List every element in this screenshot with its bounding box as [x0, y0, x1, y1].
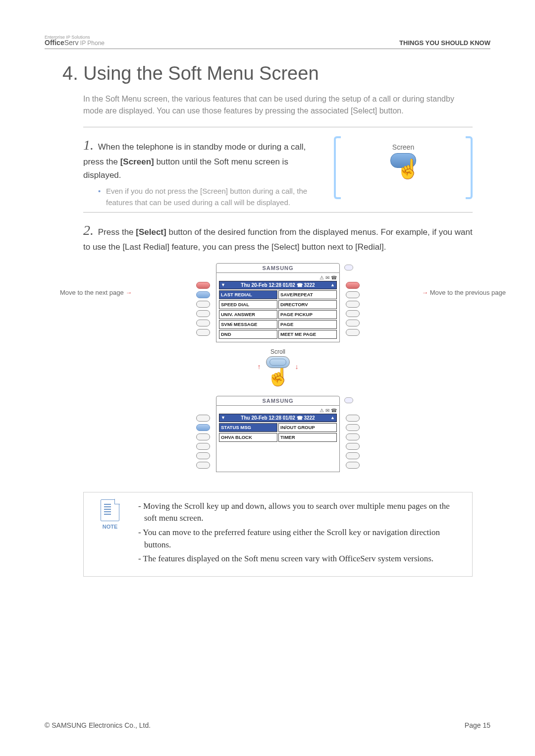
nav-next-button[interactable]: [346, 282, 360, 289]
menu-item: [278, 443, 337, 451]
menu-item: IN/OUT GROUP: [278, 423, 337, 432]
menu-item: [219, 452, 277, 460]
step-1-bullet: Even if you do not press the [Screen] bu…: [98, 186, 323, 208]
select-button[interactable]: [196, 424, 210, 431]
select-button[interactable]: [196, 433, 210, 440]
step-2-number: 2.: [83, 222, 94, 238]
triangle-up-icon: ▲: [330, 415, 335, 420]
select-button[interactable]: [196, 310, 210, 317]
note-label: NOTE: [93, 523, 127, 531]
speaker-icon: [344, 397, 353, 403]
step-2-text-a: Press the: [98, 227, 136, 237]
page-number: Page 15: [465, 721, 490, 729]
menu-item: UNIV. ANSWER: [219, 310, 277, 319]
menu-item: [219, 461, 277, 469]
select-button[interactable]: [196, 452, 210, 459]
bracket-icon: [466, 136, 473, 199]
soft-menu-grid: LAST REDIALSAVE/REPEATSPEED DIALDIRECTOR…: [219, 290, 337, 339]
menu-item: SPEED DIAL: [219, 300, 277, 309]
step-2: 2. Press the [Select] button of the desi…: [83, 219, 473, 472]
select-button[interactable]: [196, 291, 210, 298]
callout-next-page: Move to the next page →: [60, 289, 132, 296]
soft-menu-grid: STATUS MSGIN/OUT GROUPOHVA BLOCKTIMER: [219, 423, 337, 469]
page-header: Enterprise IP Solutions OfficeServ IP Ph…: [45, 35, 490, 49]
menu-item: TIMER: [278, 433, 337, 442]
menu-item: OHVA BLOCK: [219, 433, 277, 442]
phone-lcd: ⚠ ✉ ☎ ▼ Thu 20-Feb 12:28 01/02 ☎ 3222 ▲ …: [216, 406, 340, 472]
step-2-bold: [Select]: [136, 227, 166, 237]
menu-item: PAGE PICKUP: [278, 310, 337, 319]
menu-item: [278, 452, 337, 460]
select-button[interactable]: [196, 462, 210, 469]
menu-item: STATUS MSG: [219, 423, 277, 432]
divider: [83, 127, 473, 127]
note-list: - Moving the Scroll key up and down, all…: [138, 500, 462, 565]
page-footer: © SAMSUNG Electronics Co., Ltd. Page 15: [45, 721, 490, 729]
arrow-right-icon: →: [125, 289, 132, 296]
triangle-down-icon: ▼: [221, 415, 225, 420]
speaker-icon: [344, 265, 353, 270]
select-button[interactable]: [346, 291, 360, 298]
select-button[interactable]: [346, 443, 360, 450]
date-text: Thu 20-Feb 12:28 01/02 ☎ 3222: [241, 282, 315, 288]
menu-item: DIRECTORV: [278, 300, 337, 309]
select-button[interactable]: [346, 320, 360, 326]
status-icons: ⚠ ✉ ☎: [219, 408, 337, 414]
select-button[interactable]: [196, 443, 210, 450]
select-button[interactable]: [346, 310, 360, 317]
arrow-right-icon: →: [422, 289, 428, 296]
section-title: THINGS YOU SHOULD KNOW: [399, 39, 490, 47]
nav-prev-button[interactable]: [196, 282, 210, 289]
phone-lcd: ⚠ ✉ ☎ ▼ Thu 20-Feb 12:28 01/02 ☎ 3222 ▲ …: [216, 273, 340, 342]
brand-ip: IP Phone: [78, 40, 105, 47]
phone-diagram-1: Move to the next page → → Move to the pr…: [139, 263, 417, 342]
note-box: NOTE - Moving the Scroll key up and down…: [83, 492, 473, 577]
page-title: 4. Using the Soft Menu Screen: [62, 63, 490, 84]
menu-item: MEET ME PAGE: [278, 330, 337, 339]
select-button[interactable]: [196, 415, 210, 422]
pointing-hand-icon: ☝: [396, 158, 420, 180]
note-item: - Moving the Scroll key up and down, all…: [138, 500, 462, 525]
select-button[interactable]: [346, 452, 360, 459]
status-icons: ⚠ ✉ ☎: [219, 275, 337, 281]
select-button[interactable]: [346, 433, 360, 440]
menu-item: [219, 443, 277, 451]
arrow-up-icon: ↑: [258, 363, 261, 371]
select-button[interactable]: [346, 424, 360, 431]
select-button[interactable]: [196, 329, 210, 336]
select-buttons-right: [346, 282, 360, 336]
select-buttons-left: [196, 282, 210, 336]
step-1: 1. When the telephone is in standby mode…: [83, 134, 473, 208]
menu-item: PAGE: [278, 320, 337, 329]
scroll-wheel-icon: [266, 356, 290, 368]
step-1-bold: [Screen]: [120, 157, 154, 166]
scroll-label: Scroll: [83, 348, 473, 355]
triangle-down-icon: ▼: [221, 282, 225, 287]
note-icon: NOTE: [93, 499, 127, 531]
paper-icon: [101, 499, 119, 521]
menu-item: DND: [219, 330, 277, 339]
note-item: - You can move to the preferred feature …: [138, 527, 462, 551]
select-button[interactable]: [346, 329, 360, 336]
select-button[interactable]: [196, 301, 210, 308]
menu-item: LAST REDIAL: [219, 290, 277, 299]
note-item: - The features displayed on the Soft men…: [138, 553, 462, 565]
intro-paragraph: In the Soft Menu screen, the various fea…: [83, 93, 473, 117]
screen-button-illustration: Screen ☝: [334, 134, 473, 201]
date-text: Thu 20-Feb 12:28 01/02 ☎ 3222: [241, 415, 315, 421]
document-page: Enterprise IP Solutions OfficeServ IP Ph…: [0, 0, 535, 756]
select-buttons-left: [196, 415, 210, 469]
select-button[interactable]: [346, 301, 360, 308]
select-button[interactable]: [346, 462, 360, 469]
scroll-illustration: Scroll ↑ ↓ ☝: [83, 348, 473, 387]
screen-label: Screen: [392, 143, 414, 151]
phone-brand: SAMSUNG: [216, 396, 340, 406]
pointing-hand-icon: ☝: [83, 365, 473, 387]
brand-logo: Enterprise IP Solutions OfficeServ IP Ph…: [45, 35, 105, 47]
select-button[interactable]: [346, 415, 360, 422]
brand-serv: Serv: [64, 39, 79, 47]
step-1-number: 1.: [83, 137, 94, 153]
date-bar: ▼ Thu 20-Feb 12:28 01/02 ☎ 3222 ▲: [219, 414, 337, 422]
menu-item: SVMi MESSAGE: [219, 320, 277, 329]
select-button[interactable]: [196, 320, 210, 326]
